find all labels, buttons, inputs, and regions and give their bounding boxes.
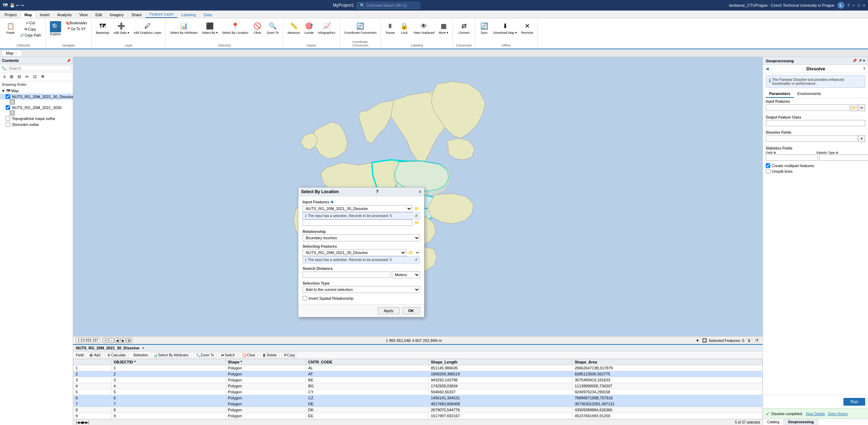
lock-btn[interactable]: 🔒 Lock (398, 20, 410, 35)
add-graphics-btn[interactable]: 🖊 Add Graphics Layer (132, 20, 163, 35)
copy-btn[interactable]: ⧉ Copy (18, 26, 43, 32)
geo-tab-parameters[interactable]: Parameters (766, 90, 794, 98)
zoom-to-btn[interactable]: 🔍 Zoom To (265, 20, 280, 35)
tab-share[interactable]: Share (128, 11, 145, 18)
geo-question-icon[interactable]: ? (863, 67, 865, 71)
attr-nav-last[interactable]: ▶| (85, 420, 89, 424)
attr-grid[interactable]: OBJECTID * Shape * CNTR_CODE Shape_Lengt… (73, 359, 763, 419)
input-features-pencil-icon[interactable]: ✏ (858, 104, 865, 111)
geo-tab-environments[interactable]: Environments (794, 90, 824, 98)
full-extent-btn[interactable]: ⊞ (127, 338, 132, 343)
pause-btn[interactable]: ⏸ Pause (384, 20, 396, 35)
relationship-select[interactable]: Boundary touches (303, 234, 420, 241)
geoprocessing-catalog-tab[interactable]: Geoprocessing (784, 419, 818, 425)
map-tab-close[interactable]: × (15, 51, 17, 55)
table-row[interactable]: 5 5 Polygon CY 594660,56337 9240976234,2… (73, 389, 763, 395)
zoom-out-btn[interactable]: - (109, 338, 114, 343)
input-extra-folder[interactable]: 📁 (414, 220, 420, 226)
sync-btn[interactable]: 🔄 Sync (478, 20, 491, 35)
list-view-btn[interactable]: ≡ (1, 73, 7, 80)
invert-checkbox[interactable] (303, 296, 307, 300)
tab-edit[interactable]: Edit (91, 11, 106, 18)
nuts-3035-checkbox[interactable] (6, 105, 10, 110)
more-btn[interactable]: ▦ More ▾ (437, 20, 450, 35)
table-row[interactable]: 2 2 Polygon AT 1809269,386519 8385110506… (73, 371, 763, 377)
layer-item-stinov[interactable]: Stínování světa (0, 121, 73, 127)
apply-btn[interactable]: Apply (378, 307, 400, 314)
attr-close-icon[interactable]: × (142, 346, 144, 350)
explore-btn[interactable]: 🔍 Explore (48, 20, 63, 37)
tab-map[interactable]: Map (20, 11, 36, 18)
table-view-btn[interactable]: ⊞ (8, 73, 15, 80)
input-extra-field[interactable] (303, 220, 412, 226)
tab-imagery[interactable]: Imagery (106, 11, 128, 18)
visibility-btn[interactable]: 👁 (39, 73, 47, 80)
undo-btn[interactable]: ↩ (16, 3, 19, 8)
table-row[interactable]: 3 3 Polygon BE 943293,143796 3075490419,… (73, 377, 763, 383)
tab-analysis[interactable]: Analysis (53, 11, 76, 18)
selecting-features-select[interactable]: NUTS_RG_20M_2021_30_Dissolve (303, 249, 406, 256)
field-dropdown-icon[interactable]: ⊕ (773, 151, 776, 154)
table-row[interactable]: 4 4 Polygon BG 1742939,03834 11138990000… (73, 383, 763, 389)
table-row[interactable]: 6 6 Polygon CZ 1456141,394531 7889687190… (73, 395, 763, 401)
basemap-btn[interactable]: 🗺 Basemap (95, 20, 111, 35)
add-data-btn[interactable]: ➕ Add Data ▾ (112, 20, 131, 35)
nuts-dissolve-checkbox[interactable] (6, 94, 10, 99)
select-by-attrs-table-btn[interactable]: 📊 Select By Attributes (151, 353, 191, 358)
help-icon[interactable]: ? (847, 3, 849, 7)
search-input[interactable] (7, 65, 71, 71)
dialog-close-btn[interactable]: × (419, 189, 421, 195)
geo-back-icon[interactable]: ◀ (766, 66, 769, 71)
scale-display[interactable]: 1:23 919 237 (76, 338, 100, 343)
add-field-btn[interactable]: ➕ Add (86, 353, 103, 358)
layer-item-topo[interactable]: Topografická mapa světa (0, 115, 73, 121)
nav-left-btn[interactable]: ◀ (115, 338, 120, 343)
input-features-folder-icon[interactable]: 📁 (850, 104, 857, 111)
view-details-link[interactable]: View Details (805, 412, 825, 416)
attr-nav-first[interactable]: |◀ (76, 420, 80, 424)
catalog-tab[interactable]: Catalog (763, 419, 784, 425)
remove-btn[interactable]: ✕ Remove (520, 20, 535, 35)
topo-checkbox[interactable] (6, 116, 10, 121)
table-row[interactable]: 8 8 Polygon DK 2679075,544776 4350938988… (73, 407, 763, 413)
command-search-box[interactable]: 🔍 Command Search (Alt+Q) (357, 2, 420, 9)
save-btn[interactable]: 💾 (10, 3, 15, 8)
measure-btn[interactable]: 📏 Measure (286, 20, 301, 35)
tab-project[interactable]: Project (1, 11, 20, 18)
dissolve-fields-expand-icon[interactable]: ▼ (858, 135, 865, 142)
stinov-checkbox[interactable] (6, 122, 10, 127)
download-map-btn[interactable]: ⬇ Download Map ▾ (492, 20, 519, 35)
col-shape-length[interactable]: Shape_Length (428, 359, 572, 365)
selecting-folder-icon[interactable]: 📁 (408, 250, 414, 256)
go-to-xy-btn[interactable]: 📍 Go To XY (64, 26, 89, 32)
copy-table-btn[interactable]: ⧉ Copy (281, 352, 298, 358)
convert-btn[interactable]: ⇄ Convert (457, 20, 471, 35)
view-unplaced-btn[interactable]: 👁 View Unplaced (412, 20, 436, 35)
cut-btn[interactable]: ✂ Cut (18, 20, 43, 26)
tab-labeling[interactable]: Labeling (177, 11, 200, 18)
geo-pin-icon[interactable]: 📌 (852, 58, 857, 63)
layer-item-nuts-dissolve[interactable]: NUTS_RG_20M_2021_30_Dissolve (0, 94, 73, 100)
infographics-btn[interactable]: 📈 Infographics (317, 20, 337, 35)
geo-expand-icon[interactable]: ↗ (859, 58, 862, 63)
geo-close-icon[interactable]: × (863, 58, 865, 63)
table-row[interactable]: 9 9 Polygon EE 1517997,692167 4523766199… (73, 413, 763, 419)
nav-right-btn[interactable]: ▶ (121, 338, 126, 343)
delete-btn[interactable]: 🗑 Delete (260, 353, 279, 358)
tab-data[interactable]: Data (200, 11, 216, 18)
col-cntr-code[interactable]: CNTR_CODE (306, 359, 429, 365)
coord-conversion-btn[interactable]: 🔄 Coordinate Conversion (343, 20, 378, 35)
map-canvas[interactable]: 1:23 919 237 + - ◀ ▶ ⊞ 1 955 551,04E 4 6… (73, 57, 763, 425)
stats-field-input[interactable] (766, 154, 818, 161)
redo-btn[interactable]: ↪ (21, 3, 24, 8)
maximize-btn[interactable]: □ (858, 3, 860, 7)
calculate-btn[interactable]: ⚙ Calculate (105, 353, 128, 358)
attr-nav-prev[interactable]: ◀ (80, 420, 83, 424)
pause-count-btn[interactable]: ⏸ (746, 338, 752, 343)
zoom-in-btn[interactable]: + (103, 338, 108, 343)
output-fc-input[interactable]: NUTS_RG_20M_2021_30_Dissolve (766, 120, 865, 126)
switch-btn[interactable]: ⇄ Switch (219, 353, 237, 358)
create-multipart-checkbox[interactable] (766, 163, 770, 168)
input-features-geo-input[interactable]: NUTS_RG_20M_2021_3035 (766, 104, 850, 111)
select-by-btn[interactable]: ⬛ Select By ▾ (200, 20, 219, 35)
